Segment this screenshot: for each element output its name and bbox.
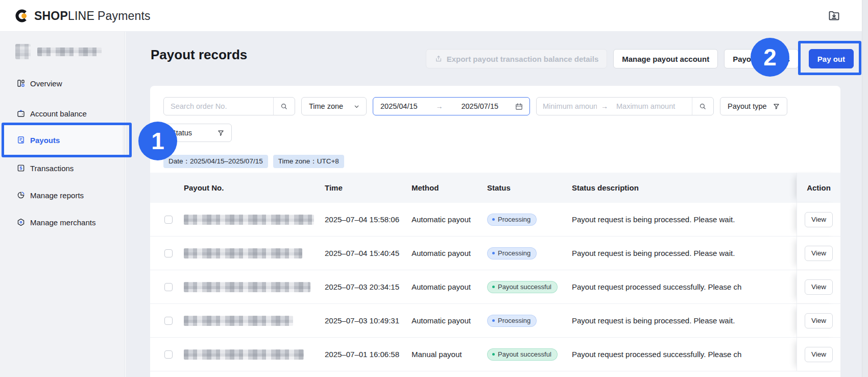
payout-number-redacted	[184, 215, 314, 225]
minimum-amount-input[interactable]	[537, 102, 599, 110]
payout-type-filter[interactable]: Payout type	[720, 97, 787, 115]
range-arrow-icon: →	[599, 102, 610, 110]
row-checkbox[interactable]	[164, 249, 173, 257]
status-filter[interactable]: Status	[163, 124, 232, 142]
time-zone-dropdown[interactable]: Time zone	[301, 97, 367, 115]
payout-number-redacted	[184, 316, 293, 326]
sidebar-item-overview[interactable]: Overview	[0, 73, 125, 93]
payout-method: Automatic payout	[407, 316, 483, 325]
col-method: Method	[407, 183, 483, 192]
payout-type-label: Payout type	[728, 102, 767, 110]
view-button[interactable]: View	[805, 347, 833, 362]
shopline-logo: SHOPLINEPayments	[14, 0, 151, 32]
filter-bar: Time zone 2025/04/15 → 2025/07/15 →	[163, 97, 827, 115]
maximum-amount-input[interactable]	[610, 102, 692, 110]
date-filter-tag: Date：2025/04/15–2025/07/15	[163, 155, 268, 168]
sidebar-item-manage-merchants[interactable]: Manage merchants	[0, 212, 125, 232]
row-checkbox[interactable]	[164, 283, 173, 291]
sidebar-item-payouts[interactable]: Payouts	[3, 125, 123, 155]
table-row: 2025–07–03 10:49:31 Automatic payout Pro…	[150, 304, 840, 338]
view-button[interactable]: View	[805, 279, 833, 295]
download-records-button[interactable]	[826, 9, 841, 24]
status-dot-icon	[492, 319, 495, 322]
account-summary	[15, 44, 102, 59]
amount-search-submit[interactable]	[692, 98, 713, 115]
row-checkbox[interactable]	[164, 317, 173, 325]
status-description: Payout request is being processed. Pleas…	[568, 249, 797, 257]
search-input[interactable]	[164, 102, 273, 110]
dashboard-icon	[16, 79, 26, 88]
funnel-icon	[773, 103, 780, 110]
manage-payout-account-button[interactable]: Manage payout account	[613, 49, 718, 68]
search-icon	[280, 102, 288, 111]
sidebar-item-account-balance[interactable]: Account balance	[0, 103, 125, 124]
payout-number-redacted	[184, 248, 302, 258]
payout-time: 2025–07–01 16:06:58	[321, 350, 407, 359]
col-time: Time	[321, 183, 407, 192]
time-zone-tag: Time zone：UTC+8	[273, 155, 344, 168]
export-icon	[435, 55, 443, 63]
sidebar: Overview Account balance Payouts $ Trans…	[0, 32, 125, 377]
export-balance-details-button[interactable]: Export payout transaction balance detail…	[426, 49, 608, 68]
view-button[interactable]: View	[805, 212, 833, 227]
search-icon	[698, 102, 707, 111]
status-badge: Processing	[487, 247, 537, 260]
table-row: 2025–07–04 15:58:06 Automatic payout Pro…	[150, 203, 840, 237]
status-description: Payout request processed successfully. P…	[568, 350, 797, 359]
table-row: 2025–07–03 20:34:15 Automatic payout Pay…	[150, 270, 840, 304]
wallet-icon	[16, 109, 26, 118]
funnel-icon	[217, 129, 225, 137]
pay-out-button[interactable]: Pay out	[809, 49, 854, 68]
merchants-hexagon-icon	[16, 218, 26, 227]
shopline-logo-icon	[14, 8, 30, 23]
transactions-icon: $	[16, 163, 26, 173]
row-checkbox[interactable]	[164, 350, 173, 359]
payout-method: Automatic payout	[407, 282, 483, 291]
order-search-box	[163, 97, 295, 115]
payout-method: Manual payout	[407, 350, 483, 359]
search-submit[interactable]	[273, 98, 295, 115]
sidebar-item-label: Manage reports	[30, 191, 84, 200]
payout-table: Payout No. Time Method Status Status des…	[150, 173, 840, 371]
payout-settings-button[interactable]: Payout settings	[724, 49, 799, 68]
header-actions: Export payout transaction balance detail…	[426, 49, 854, 68]
page-scrollbar[interactable]	[862, 0, 868, 377]
status-filter-label: Status	[171, 129, 192, 137]
sidebar-item-transactions[interactable]: $ Transactions	[0, 158, 125, 178]
payout-method: Automatic payout	[407, 249, 483, 257]
col-payout-no: Payout No.	[179, 183, 321, 192]
avatar	[15, 44, 31, 59]
status-badge: Payout successful	[487, 281, 558, 293]
pie-chart-icon	[16, 191, 26, 200]
view-button[interactable]: View	[805, 313, 833, 328]
chevron-down-icon	[353, 103, 360, 110]
payout-number-redacted	[184, 282, 310, 292]
payout-document-icon	[16, 135, 26, 145]
payout-time: 2025–07–04 15:40:45	[321, 249, 407, 257]
payout-method: Automatic payout	[407, 215, 483, 224]
folder-download-icon	[827, 9, 841, 22]
payout-time: 2025–07–04 15:58:06	[321, 215, 407, 224]
time-zone-label: Time zone	[309, 102, 343, 110]
sidebar-item-manage-reports[interactable]: Manage reports	[0, 185, 125, 205]
status-dot-icon	[492, 353, 495, 356]
sidebar-item-label: Account balance	[30, 109, 87, 118]
filter-bar-row2: Status	[163, 124, 827, 142]
page-title: Payout records	[151, 47, 247, 63]
sidebar-item-label: Payouts	[30, 136, 60, 145]
payout-time: 2025–07–03 10:49:31	[321, 316, 407, 325]
status-badge: Payout successful	[487, 348, 558, 361]
account-name-redacted	[37, 48, 102, 56]
svg-text:$: $	[20, 166, 22, 171]
view-button[interactable]: View	[805, 246, 833, 261]
row-checkbox[interactable]	[164, 216, 173, 224]
brand-text: SHOPLINEPayments	[34, 9, 151, 23]
table-row: 2025–07–04 15:40:45 Automatic payout Pro…	[150, 237, 840, 270]
status-description: Payout request is being processed. Pleas…	[568, 316, 797, 325]
date-to-value: 2025/07/15	[461, 102, 498, 110]
status-description: Payout request processed successfully. P…	[568, 282, 797, 291]
date-range-picker[interactable]: 2025/04/15 → 2025/07/15	[373, 97, 530, 115]
sidebar-item-label: Transactions	[30, 164, 74, 173]
status-dot-icon	[492, 252, 495, 254]
sidebar-item-label: Overview	[30, 79, 62, 88]
